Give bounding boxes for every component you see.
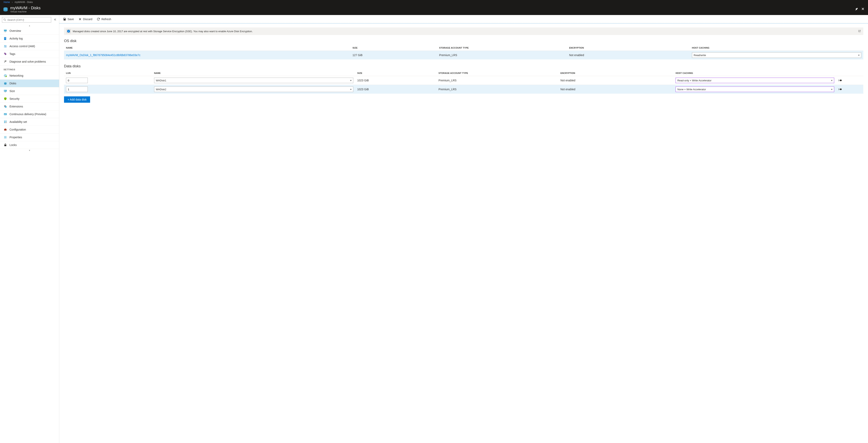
sidebar-item-label: Networking — [9, 74, 23, 77]
sidebar-item-availability-set[interactable]: Availability set — [0, 118, 59, 126]
host-caching-dropdown[interactable]: Read-only + Write Accelerator▾ — [676, 77, 834, 83]
svg-rect-7 — [4, 37, 6, 38]
disks-icon — [4, 82, 7, 85]
svg-rect-4 — [5, 32, 6, 32]
sidebar-item-label: Tags — [9, 52, 16, 56]
add-data-disk-button[interactable]: + Add data disk — [64, 96, 90, 103]
sidebar-item-label: Activity log — [9, 37, 23, 40]
refresh-icon — [97, 18, 100, 21]
col-header-name: NAME — [152, 70, 355, 76]
sidebar-item-label: Availability set — [9, 120, 27, 123]
svg-point-12 — [4, 53, 5, 54]
info-banner: i Managed disks created since June 10, 2… — [64, 27, 863, 35]
col-header-name: NAME — [64, 45, 350, 51]
sidebar-item-networking[interactable]: Networking — [0, 72, 59, 80]
search-input-wrapper[interactable] — [2, 17, 51, 23]
sidebar-item-properties[interactable]: Properties — [0, 133, 59, 141]
data-disk-row: WADisk2▾1023 GiBPremium_LRSNot enabledNo… — [64, 85, 863, 94]
svg-rect-3 — [4, 30, 7, 31]
open-external-icon[interactable] — [858, 30, 861, 33]
svg-point-2 — [4, 19, 5, 20]
refresh-button[interactable]: Refresh — [97, 18, 111, 21]
collapse-sidebar-icon[interactable] — [53, 18, 57, 22]
lun-input[interactable] — [66, 87, 88, 92]
svg-rect-8 — [4, 38, 6, 38]
discard-button[interactable]: Discard — [78, 18, 92, 21]
pin-icon[interactable] — [854, 7, 859, 11]
disk-encryption: Not enabled — [558, 85, 674, 94]
sidebar: ▲ OverviewActivity logAccess control (IA… — [0, 15, 59, 443]
sidebar-item-continuous-delivery-preview-[interactable]: Continuous delivery (Preview) — [0, 110, 59, 118]
col-header-size: SIZE — [350, 45, 437, 51]
svg-rect-18 — [4, 90, 7, 92]
lock-icon — [4, 143, 7, 147]
os-disk-table: NAME SIZE STORAGE ACCOUNT TYPE ENCRYPTIO… — [64, 45, 863, 59]
breadcrumb: Home › myWAVM - Disks — [0, 0, 868, 4]
sidebar-item-label: Size — [9, 90, 15, 93]
chevron-down-icon: ▾ — [858, 54, 860, 57]
sidebar-item-overview[interactable]: Overview — [0, 27, 59, 35]
iam-icon — [4, 44, 7, 48]
info-icon: i — [66, 29, 71, 33]
disk-storage-type: Premium_LRS — [436, 85, 558, 94]
os-disk-row: myWAVM_OsDisk_1_f8678795084e451c8bfdb837… — [64, 51, 863, 60]
disk-size: 1023 GiB — [355, 76, 436, 85]
sidebar-item-disks[interactable]: Disks — [0, 80, 59, 87]
sidebar-item-activity-log[interactable]: Activity log — [0, 35, 59, 42]
toolbar: Save Discard Refresh — [59, 15, 868, 24]
disk-name-dropdown[interactable]: WADisk1▾ — [154, 77, 353, 83]
os-disk-size: 127 GiB — [350, 51, 437, 60]
col-header-encryption: ENCRYPTION — [567, 45, 690, 51]
sidebar-item-extensions[interactable]: Extensions — [0, 103, 59, 110]
data-disks-heading: Data disks — [64, 64, 863, 68]
chevron-down-icon: ▾ — [831, 88, 832, 91]
write-accelerator-icon[interactable] — [838, 79, 842, 82]
sidebar-item-access-control-iam-[interactable]: Access control (IAM) — [0, 42, 59, 50]
close-icon[interactable] — [861, 7, 865, 11]
disk-name-dropdown[interactable]: WADisk2▾ — [154, 87, 353, 92]
tag-icon — [4, 52, 7, 56]
col-header-lun: LUN — [64, 70, 152, 76]
sidebar-item-label: Diagnose and solve problems — [9, 60, 46, 63]
disk-storage-type: Premium_LRS — [436, 76, 558, 85]
sidebar-item-tags[interactable]: Tags — [0, 50, 59, 58]
search-input[interactable] — [7, 19, 50, 21]
chevron-down-icon: ▾ — [831, 79, 832, 82]
log-icon — [4, 37, 7, 40]
page-subtitle: Virtual machine — [10, 10, 852, 13]
page-header: myWAVM - Disks Virtual machine — [0, 4, 868, 15]
chevron-down-icon: ▾ — [350, 88, 351, 91]
svg-rect-5 — [4, 32, 6, 32]
os-disk-host-caching-dropdown[interactable]: Read/write ▾ — [692, 52, 861, 58]
lun-input[interactable] — [66, 77, 88, 83]
col-header-encryption: ENCRYPTION — [558, 70, 674, 76]
monitor-icon — [4, 29, 7, 33]
save-button[interactable]: Save — [63, 18, 74, 21]
svg-rect-32 — [4, 145, 6, 146]
host-caching-dropdown[interactable]: None + Write Accelerator▾ — [676, 87, 834, 92]
sidebar-item-locks[interactable]: Locks — [0, 141, 59, 149]
col-header-size: SIZE — [355, 70, 436, 76]
svg-rect-26 — [5, 122, 6, 123]
sidebar-item-size[interactable]: Size — [0, 87, 59, 95]
breadcrumb-home[interactable]: Home — [4, 1, 10, 4]
sidebar-item-configuration[interactable]: Configuration — [0, 126, 59, 133]
breadcrumb-separator: › — [12, 1, 13, 4]
write-accelerator-icon[interactable] — [838, 88, 842, 91]
sidebar-item-diagnose-and-solve-problems[interactable]: Diagnose and solve problems — [0, 58, 59, 66]
svg-rect-30 — [5, 136, 5, 138]
sidebar-nav[interactable]: ▲ OverviewActivity logAccess control (IA… — [0, 24, 59, 443]
ext-icon — [4, 105, 7, 108]
svg-rect-21 — [5, 106, 6, 108]
info-banner-message: Managed disks created since June 10, 201… — [73, 30, 856, 33]
sidebar-item-security[interactable]: Security — [0, 95, 59, 103]
sidebar-item-label: Configuration — [9, 128, 26, 131]
svg-point-11 — [5, 45, 6, 46]
os-disk-heading: OS disk — [64, 39, 863, 43]
col-header-storage-account-type: STORAGE ACCOUNT TYPE — [437, 45, 567, 51]
svg-rect-27 — [4, 129, 6, 131]
sidebar-item-label: Security — [9, 97, 20, 100]
avail-icon — [4, 120, 7, 124]
config-icon — [4, 128, 7, 131]
os-disk-name-link[interactable]: myWAVM_OsDisk_1_f8678795084e451c8bfdb837… — [66, 54, 141, 57]
